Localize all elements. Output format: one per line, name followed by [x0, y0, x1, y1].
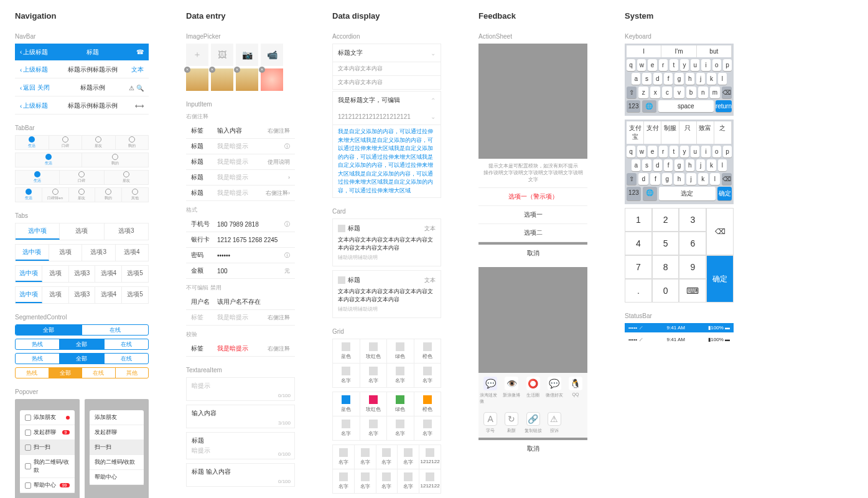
- expand-icon[interactable]: ⟷: [128, 103, 144, 110]
- key-globe-icon[interactable]: 🌐: [642, 100, 656, 112]
- input-row[interactable]: 标题我是暗提示使用说明: [186, 154, 295, 170]
- numkey-4[interactable]: 4: [625, 232, 652, 255]
- share-item[interactable]: 🐧QQ: [565, 377, 586, 405]
- key-l[interactable]: l: [710, 173, 720, 185]
- key-g[interactable]: g: [662, 173, 672, 185]
- card[interactable]: 标题文本 文本内容文本内容文本内容文本内容文本内容文本内容文本内容 辅助说明辅助…: [332, 270, 441, 318]
- key-f[interactable]: f: [664, 159, 673, 171]
- key-backspace-icon[interactable]: ⌫: [706, 208, 734, 255]
- image-camera-icon[interactable]: 📷: [236, 44, 258, 66]
- textarea[interactable]: 暗提示0/100: [186, 377, 295, 401]
- numkey-9[interactable]: 9: [679, 255, 706, 279]
- key-h[interactable]: h: [674, 173, 684, 185]
- grid-item[interactable]: 名字: [398, 445, 419, 469]
- key-u[interactable]: u: [691, 146, 699, 157]
- grid-item[interactable]: 蓝色: [333, 392, 360, 416]
- navbar-icons[interactable]: ⚠ 🔍: [128, 85, 144, 92]
- pop-item[interactable]: 发起群聊9: [20, 425, 75, 440]
- tab-item[interactable]: 生活: [16, 153, 82, 167]
- grid-item[interactable]: 橙色: [414, 392, 442, 416]
- as-cancel[interactable]: 取消: [478, 245, 587, 262]
- input-amount[interactable]: 金额100元: [186, 263, 295, 279]
- key-q[interactable]: q: [627, 146, 635, 157]
- share-item[interactable]: ⭕生活圈: [522, 377, 543, 405]
- close-icon[interactable]: ×: [184, 67, 190, 73]
- key-h[interactable]: h: [686, 159, 694, 171]
- key-⇧[interactable]: ⇧: [627, 173, 637, 185]
- key-g[interactable]: g: [674, 159, 683, 171]
- key-s[interactable]: s: [642, 159, 651, 171]
- input-row[interactable]: 标题我是暗提示ⓘ: [186, 139, 295, 154]
- key-d[interactable]: d: [653, 73, 662, 85]
- tab-item[interactable]: 其他: [122, 188, 148, 202]
- numkey-6[interactable]: 6: [679, 232, 706, 255]
- grid-item[interactable]: 名字: [333, 469, 355, 494]
- share-item[interactable]: 🔗复制链接: [522, 412, 543, 434]
- image-add[interactable]: ＋: [186, 44, 208, 66]
- key-e[interactable]: e: [648, 59, 656, 71]
- key-j[interactable]: j: [696, 159, 705, 171]
- key-f[interactable]: f: [650, 173, 660, 185]
- key-v[interactable]: v: [674, 87, 684, 98]
- key-p[interactable]: p: [723, 146, 732, 157]
- key-space[interactable]: space: [658, 100, 714, 112]
- input-row[interactable]: 标题我是暗提示右侧注释›: [186, 186, 295, 201]
- key-j[interactable]: j: [696, 73, 705, 85]
- tab-item[interactable]: 我的: [95, 188, 122, 202]
- tab-item[interactable]: 朋友: [69, 188, 96, 202]
- card[interactable]: 标题文本 文本内容文本内容文本内容文本内容文本内容文本内容文本内容 辅助说明辅助…: [332, 218, 441, 266]
- grid-item[interactable]: 名字: [360, 364, 388, 388]
- grid-item[interactable]: 1212122: [419, 445, 441, 469]
- grid-item[interactable]: 玫红色: [360, 392, 388, 416]
- info-icon[interactable]: ⓘ: [284, 220, 290, 228]
- tab-item[interactable]: 生活: [16, 136, 49, 149]
- image-thumb[interactable]: ×: [261, 68, 283, 91]
- key-d[interactable]: d: [653, 159, 662, 171]
- numkey-.[interactable]: .: [625, 279, 652, 303]
- pop-item[interactable]: 添加朋友: [90, 410, 144, 425]
- grid-item[interactable]: 名字: [376, 445, 398, 469]
- key-a[interactable]: a: [632, 159, 640, 171]
- key-⌫[interactable]: ⌫: [722, 87, 732, 98]
- grid-item[interactable]: 名字: [333, 364, 360, 388]
- key-r[interactable]: r: [659, 146, 668, 157]
- key-s[interactable]: s: [642, 73, 651, 85]
- pop-item[interactable]: 我的二维码/收款: [90, 455, 144, 470]
- key-return[interactable]: return: [716, 100, 732, 112]
- navbar-back[interactable]: ‹ 上级标题: [20, 48, 57, 57]
- input-phone[interactable]: 手机号180 7989 2818ⓘ: [186, 217, 295, 232]
- key-m[interactable]: m: [710, 87, 720, 98]
- tab-item[interactable]: 我的: [116, 136, 149, 149]
- tab-item[interactable]: 朋友: [82, 136, 116, 149]
- pop-item[interactable]: 帮助中心: [90, 470, 144, 485]
- pop-item[interactable]: 帮助中心99: [20, 478, 75, 493]
- key-k[interactable]: k: [698, 173, 708, 185]
- grid-item[interactable]: 名字: [355, 445, 376, 469]
- key-w[interactable]: w: [637, 146, 646, 157]
- close-icon[interactable]: ×: [209, 67, 215, 73]
- share-item[interactable]: ↻刷新: [501, 412, 522, 434]
- key-l[interactable]: l: [718, 159, 727, 171]
- info-icon[interactable]: ⓘ: [284, 251, 290, 260]
- image-thumb[interactable]: ×: [236, 68, 258, 91]
- share-item[interactable]: 👁️新浪微博: [501, 377, 522, 405]
- input-bankcard[interactable]: 银行卡1212 1675 1268 2245: [186, 232, 295, 248]
- navbar-back-close[interactable]: ‹ 返回 关闭: [20, 83, 57, 92]
- tab-item[interactable]: 我的: [82, 153, 148, 167]
- textarea[interactable]: 输入内容3/100: [186, 405, 295, 428]
- grid-item[interactable]: 玫红色: [360, 339, 388, 364]
- key-c[interactable]: c: [662, 87, 672, 98]
- key-⇧[interactable]: ⇧: [627, 87, 637, 98]
- numkey-0[interactable]: 0: [652, 279, 679, 303]
- key-y[interactable]: y: [680, 59, 689, 71]
- navbar-blue[interactable]: ‹ 上级标题 标题 ☎: [15, 44, 149, 60]
- key-d[interactable]: d: [638, 173, 648, 185]
- tab-item[interactable]: 生活: [16, 171, 60, 184]
- navbar-back[interactable]: ‹ 上级标题: [20, 65, 57, 74]
- numkey-5[interactable]: 5: [652, 232, 679, 255]
- key-o[interactable]: o: [712, 146, 721, 157]
- numkey-⌨[interactable]: ⌨: [679, 279, 706, 303]
- key-i[interactable]: i: [701, 146, 710, 157]
- grid-item[interactable]: 橙色: [414, 339, 442, 364]
- key-globe-icon[interactable]: 🌐: [643, 187, 657, 200]
